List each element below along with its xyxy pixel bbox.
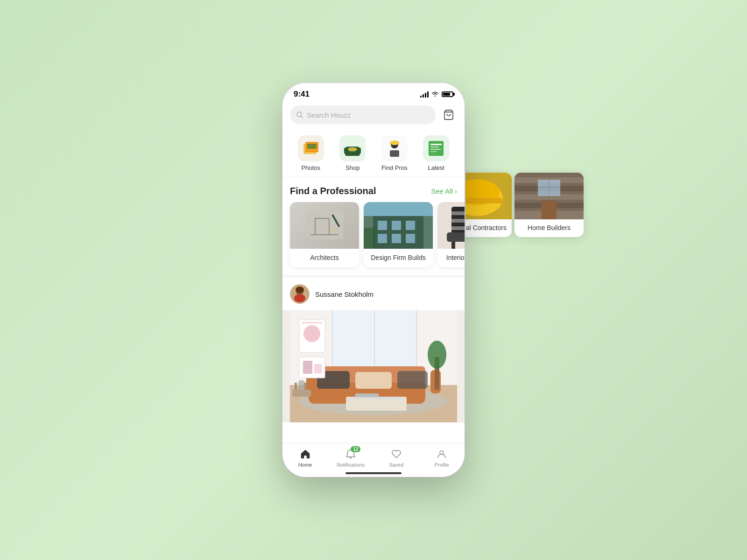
svg-rect-10 (356, 147, 361, 154)
search-placeholder: Search Houzz (307, 111, 351, 119)
tab-profile-label: Profile (435, 462, 449, 468)
tab-home-label: Home (298, 462, 312, 468)
home-icon (299, 448, 311, 460)
svg-rect-19 (430, 149, 441, 150)
nav-find-pros-label: Find Pros (381, 164, 408, 171)
svg-rect-73 (303, 361, 312, 374)
search-icon (296, 112, 303, 118)
living-room-scene (290, 310, 457, 422)
home-builders-card-label: Home Builders (514, 219, 584, 237)
notification-badge: 12 (351, 446, 360, 452)
svg-rect-17 (430, 144, 442, 145)
notifications-icon: 12 (345, 448, 357, 460)
post-section: Sussane Stokholm (282, 275, 465, 422)
professionals-header: Find a Professional See All › (282, 177, 465, 202)
svg-rect-63 (397, 371, 428, 389)
svg-rect-94 (542, 201, 557, 219)
svg-rect-62 (355, 372, 392, 389)
status-time: 9:41 (294, 90, 310, 99)
svg-rect-30 (378, 221, 387, 230)
svg-rect-40 (451, 211, 465, 215)
pro-card-design-firm[interactable]: Design Firm Builds (364, 202, 433, 267)
svg-rect-37 (364, 228, 375, 249)
nav-find-pros[interactable]: Find Pros (381, 135, 408, 171)
svg-rect-42 (451, 226, 465, 230)
pro-card-interior-designers[interactable]: Interior Designers (437, 202, 465, 267)
search-bar[interactable]: Search Houzz (290, 105, 436, 124)
wifi-icon (431, 91, 439, 98)
svg-rect-15 (390, 150, 399, 157)
interior-designers-label: Interior Designers (437, 249, 465, 267)
svg-rect-9 (344, 147, 349, 154)
svg-point-49 (296, 287, 304, 293)
svg-rect-14 (390, 142, 399, 144)
status-bar: 9:41 (282, 83, 465, 102)
floating-card-home-builders[interactable]: Home Builders (514, 173, 584, 237)
findpros-icon (383, 137, 406, 160)
phone-wrapper: 9:41 (282, 83, 465, 477)
nav-latest-label: Latest (428, 164, 444, 171)
architects-image (306, 211, 343, 239)
design-firm-image (364, 202, 433, 249)
profile-icon (436, 448, 448, 460)
tab-saved-label: Saved (389, 462, 403, 468)
home-builders-image (514, 173, 584, 219)
cart-button[interactable] (440, 106, 457, 123)
latest-icon (425, 137, 447, 160)
post-image (282, 310, 465, 422)
svg-rect-76 (295, 383, 297, 390)
design-firm-label: Design Firm Builds (364, 249, 433, 267)
post-header: Sussane Stokholm (282, 278, 465, 310)
svg-rect-41 (451, 219, 465, 223)
svg-rect-66 (355, 393, 379, 397)
battery-icon (442, 91, 453, 97)
svg-rect-20 (430, 151, 437, 152)
svg-rect-34 (392, 234, 401, 243)
svg-rect-74 (314, 364, 322, 373)
tab-saved[interactable]: Saved (374, 448, 419, 468)
svg-point-68 (428, 341, 446, 369)
home-indicator (345, 472, 402, 474)
svg-line-1 (301, 116, 303, 118)
professionals-title: Find a Professional (290, 186, 376, 196)
professionals-scroll: Architects (282, 202, 465, 275)
nav-latest[interactable]: Latest (423, 135, 449, 171)
svg-rect-33 (378, 234, 387, 243)
svg-point-11 (348, 147, 357, 151)
svg-rect-18 (430, 147, 439, 147)
status-icons (420, 91, 453, 98)
svg-point-48 (294, 294, 305, 302)
nav-photos-label: Photos (302, 164, 320, 171)
nav-icons-row: Photos Shop (282, 130, 465, 177)
tab-profile[interactable]: Profile (419, 448, 465, 468)
see-all-button[interactable]: See All › (431, 187, 457, 195)
tab-notifications-label: Notifications (337, 462, 365, 468)
svg-rect-43 (447, 232, 465, 242)
post-avatar (290, 284, 310, 304)
svg-rect-16 (429, 141, 444, 156)
svg-rect-44 (451, 242, 455, 249)
svg-rect-31 (392, 221, 401, 230)
svg-rect-36 (364, 202, 433, 216)
saved-icon (390, 448, 402, 460)
cart-icon (443, 109, 454, 120)
post-username: Sussane Stokholm (315, 290, 374, 298)
nav-shop[interactable]: Shop (339, 135, 366, 171)
shop-icon (341, 137, 364, 160)
signal-icon (420, 91, 429, 98)
svg-rect-35 (406, 234, 415, 243)
tab-home[interactable]: Home (282, 448, 328, 468)
architects-label: Architects (290, 249, 359, 267)
svg-rect-6 (307, 144, 317, 149)
svg-rect-75 (292, 390, 311, 397)
search-section: Search Houzz (282, 102, 465, 130)
svg-point-70 (303, 325, 320, 342)
pro-card-architects[interactable]: Architects (290, 202, 359, 267)
phone-frame: 9:41 (282, 83, 465, 477)
svg-rect-32 (406, 221, 415, 230)
svg-rect-71 (302, 322, 323, 323)
svg-rect-78 (298, 380, 305, 390)
nav-photos[interactable]: Photos (298, 135, 324, 171)
nav-shop-label: Shop (345, 164, 359, 171)
tab-notifications[interactable]: 12 Notifications (328, 448, 374, 468)
